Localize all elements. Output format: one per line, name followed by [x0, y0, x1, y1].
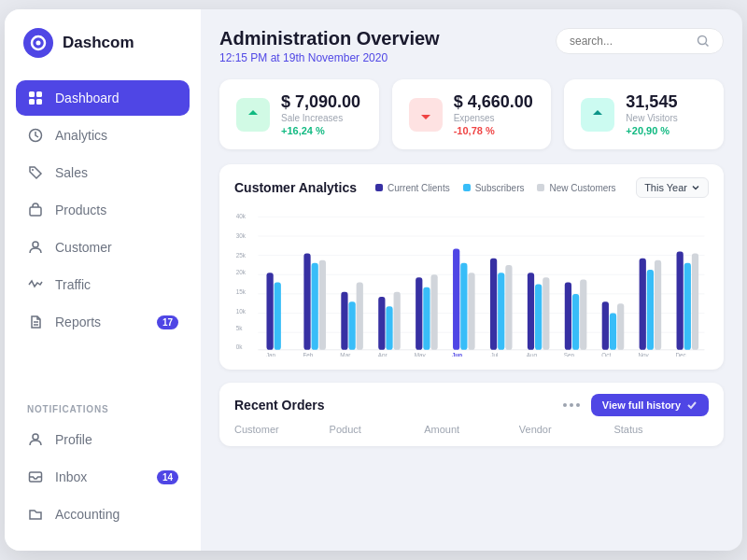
stat-card-visitors: 31,545 New Visitors +20,90 % [564, 79, 724, 149]
stat-label: New Visitors [626, 113, 707, 123]
svg-rect-52 [535, 285, 542, 350]
sidebar-item-customer[interactable]: Customer [16, 230, 190, 265]
svg-rect-3 [36, 91, 42, 97]
period-label: This Year [644, 182, 687, 193]
sidebar-item-analytics[interactable]: Analytics [16, 118, 190, 153]
sidebar-item-sales[interactable]: Sales [16, 155, 190, 190]
sidebar-item-traffic[interactable]: Traffic [16, 267, 190, 302]
logo-area: Dashcom [5, 28, 201, 80]
chart-legend: Current Clients Subscribers New Customer… [375, 183, 616, 193]
col-product: Poduct [330, 424, 425, 435]
stat-change: +16,24 % [281, 125, 362, 136]
svg-rect-36 [341, 292, 347, 350]
svg-rect-42 [416, 277, 422, 349]
col-customer: Customer [234, 424, 330, 435]
svg-rect-58 [610, 314, 616, 350]
main-content: Administration Overview 12:15 PM at 19th… [201, 9, 742, 551]
chart-icon [27, 127, 44, 144]
svg-rect-45 [453, 248, 459, 349]
svg-rect-54 [565, 283, 571, 350]
orders-actions: View full history [563, 394, 709, 416]
analytics-title: Customer Analytics [234, 180, 357, 195]
svg-rect-56 [580, 279, 586, 349]
sidebar-item-label: Accounting [55, 507, 120, 522]
svg-rect-4 [29, 99, 35, 105]
page-subtitle: 12:15 PM at 19th November 2020 [219, 51, 440, 64]
sidebar: Dashcom Dashboard [5, 9, 201, 551]
person-icon [27, 431, 44, 448]
sidebar-item-label: Sales [55, 165, 88, 180]
stat-label: Expenses [454, 113, 535, 123]
orders-columns: Customer Poduct Amount Vendor Status [234, 424, 709, 435]
svg-rect-39 [378, 297, 385, 350]
stat-change: -10,78 % [454, 125, 535, 136]
svg-rect-38 [357, 283, 363, 350]
analytics-section: Customer Analytics Current Clients Subsc… [219, 164, 724, 370]
search-icon [697, 35, 710, 48]
sidebar-item-dashboard[interactable]: Dashboard [16, 80, 190, 116]
svg-rect-32 [275, 283, 281, 350]
svg-rect-8 [30, 207, 41, 216]
svg-rect-33 [303, 254, 310, 350]
search-bar[interactable] [556, 28, 724, 54]
svg-point-1 [36, 41, 41, 46]
svg-rect-60 [640, 259, 646, 350]
svg-rect-59 [617, 303, 624, 350]
legend-dot-bright [463, 184, 471, 191]
svg-rect-61 [647, 270, 654, 350]
legend-subscribers: Subscribers [463, 183, 525, 193]
sidebar-item-inbox[interactable]: Inbox 14 [16, 459, 190, 495]
svg-text:Jun: Jun [452, 352, 462, 357]
svg-text:0k: 0k [236, 343, 243, 349]
recent-orders-section: Recent Orders View full history Customer… [219, 383, 724, 446]
orders-header: Recent Orders View full history [234, 394, 709, 416]
svg-text:15k: 15k [236, 288, 247, 295]
sidebar-item-label: Reports [55, 315, 101, 329]
inbox-icon [27, 469, 44, 485]
svg-text:5k: 5k [236, 325, 243, 331]
svg-rect-53 [543, 277, 549, 349]
legend-label: New Customers [549, 183, 615, 193]
svg-text:Feb: Feb [303, 352, 313, 357]
sidebar-item-reports[interactable]: Reports 17 [16, 304, 190, 340]
sidebar-item-products[interactable]: Products [16, 192, 190, 228]
svg-text:40k: 40k [236, 213, 247, 219]
svg-rect-44 [430, 274, 437, 350]
page-header: Administration Overview 12:15 PM at 19th… [219, 28, 724, 64]
stat-info-visitors: 31,545 New Visitors +20,90 % [626, 92, 707, 136]
analytics-header: Customer Analytics Current Clients Subsc… [234, 177, 709, 198]
notifications-section: NOTIFICATIONS Profile [5, 393, 201, 532]
svg-point-7 [32, 169, 34, 171]
svg-text:Mar: Mar [340, 352, 351, 357]
stat-card-expenses: $ 4,660.00 Expenses -10,78 % [392, 79, 552, 149]
svg-rect-65 [692, 254, 698, 350]
sidebar-item-label: Customer [55, 240, 112, 255]
legend-label: Subscribers [475, 183, 525, 193]
svg-rect-62 [655, 260, 661, 350]
svg-rect-37 [348, 301, 355, 350]
orders-title: Recent Orders [234, 398, 324, 413]
stat-cards: $ 7,090.00 Sale Increases +16,24 % $ 4,6… [219, 79, 724, 149]
user-icon [27, 239, 44, 256]
view-full-history-button[interactable]: View full history [591, 394, 709, 416]
period-select[interactable]: This Year [636, 177, 709, 198]
activity-icon [27, 276, 44, 293]
svg-rect-48 [490, 259, 497, 350]
file-icon [27, 314, 44, 330]
dots-menu[interactable] [563, 403, 580, 407]
sidebar-item-label: Profile [55, 432, 92, 447]
logo-icon [23, 28, 53, 58]
search-input[interactable] [570, 35, 689, 48]
stat-icon-teal [581, 98, 614, 132]
stat-value: $ 7,090.00 [281, 92, 362, 112]
sidebar-item-profile[interactable]: Profile [16, 422, 190, 457]
stat-value: $ 4,660.00 [454, 92, 535, 112]
sidebar-item-accounting[interactable]: Accounting [16, 497, 190, 532]
reports-badge: 17 [157, 315, 178, 329]
svg-point-12 [33, 434, 38, 440]
stat-icon-up [236, 98, 270, 132]
svg-text:Aug: Aug [527, 352, 537, 357]
svg-rect-64 [684, 263, 691, 350]
col-vendor: Vendor [519, 424, 614, 435]
svg-rect-49 [498, 273, 504, 350]
